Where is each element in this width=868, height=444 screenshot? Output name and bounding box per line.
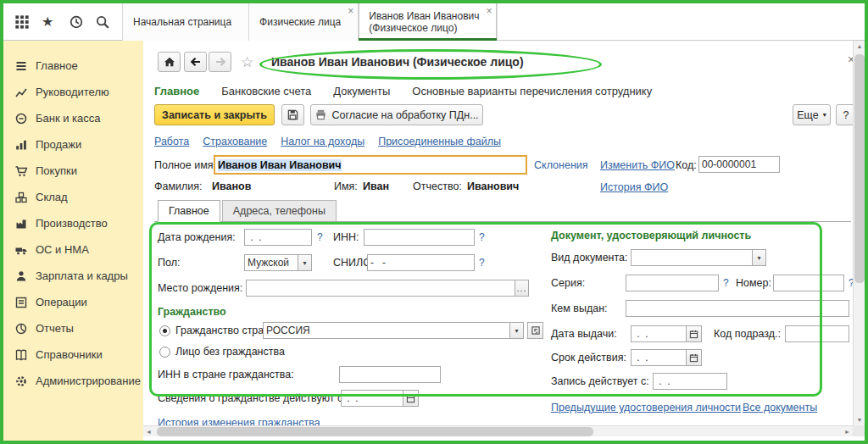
gender-value[interactable] bbox=[244, 254, 298, 271]
tab-label: Иванов Иван Иванович bbox=[369, 10, 479, 22]
birth-place-input[interactable]: ... bbox=[246, 280, 529, 297]
calendar-icon[interactable] bbox=[686, 349, 702, 366]
citizenship-from-value[interactable] bbox=[341, 390, 403, 407]
previous-documents-link[interactable]: Предыдущие удостоверения личности bbox=[551, 401, 741, 414]
save-button[interactable] bbox=[281, 104, 304, 125]
tab-person-main[interactable]: Главное bbox=[158, 200, 220, 222]
number-input[interactable] bbox=[773, 275, 844, 291]
birth-date-input[interactable] bbox=[244, 229, 312, 246]
pdn-consent-button[interactable]: Согласие на обработку ПДн... bbox=[310, 104, 483, 125]
all-documents-link[interactable]: Все документы bbox=[743, 401, 817, 414]
ellipsis-icon[interactable]: ... bbox=[515, 280, 529, 297]
close-tab-icon[interactable]: × bbox=[348, 6, 353, 16]
favorite-toggle-star-icon[interactable]: ☆ bbox=[241, 53, 253, 71]
full-name-input[interactable]: Иванов Иван Иванович bbox=[214, 155, 527, 175]
scroll-right-icon[interactable]: ► bbox=[842, 426, 853, 437]
valid-until-input[interactable] bbox=[631, 349, 702, 366]
insurance-link[interactable]: Страхование bbox=[203, 136, 267, 147]
attached-files-link[interactable]: Присоединенные файлы bbox=[378, 136, 501, 147]
issued-by-input[interactable] bbox=[626, 300, 849, 317]
sidebar-item-directories[interactable]: Справочники bbox=[3, 341, 143, 368]
inn-input[interactable] bbox=[364, 229, 475, 246]
income-tax-link[interactable]: Налог на доходы bbox=[281, 136, 364, 147]
horizontal-scrollbar[interactable]: ◄ ► bbox=[143, 425, 853, 436]
inn-help[interactable]: ? bbox=[479, 230, 485, 244]
scroll-down-icon[interactable]: ▼ bbox=[854, 414, 865, 425]
tab-individuals-list[interactable]: Физические лица × bbox=[249, 3, 359, 41]
sidebar-item-operations[interactable]: Операции bbox=[3, 289, 143, 315]
scroll-left-icon[interactable]: ◄ bbox=[143, 426, 154, 437]
more-button[interactable]: Еще ▾ bbox=[793, 104, 831, 125]
save-and-close-button[interactable]: Записать и закрыть bbox=[154, 104, 275, 125]
chevron-down-icon[interactable]: ▾ bbox=[298, 254, 312, 271]
declension-link[interactable]: Склонения bbox=[534, 158, 588, 172]
close-tab-icon[interactable]: × bbox=[486, 6, 492, 16]
gender-select[interactable]: ▾ bbox=[244, 254, 312, 271]
chevron-down-icon[interactable]: ▾ bbox=[509, 322, 524, 339]
doc-type-select[interactable]: ▾ bbox=[631, 249, 766, 266]
code-label: Код: bbox=[676, 157, 697, 174]
change-fio-link[interactable]: Изменить ФИО bbox=[600, 158, 675, 172]
stateless-radio[interactable] bbox=[159, 347, 170, 358]
citizenship-country-radio[interactable] bbox=[159, 325, 170, 336]
favorites-star-icon[interactable]: ★ bbox=[42, 14, 57, 30]
sidebar-item-warehouse[interactable]: Склад bbox=[3, 184, 143, 210]
issue-date-input[interactable] bbox=[631, 325, 702, 342]
sidebar-item-administration[interactable]: Администрирование bbox=[3, 368, 143, 394]
foreign-inn-input[interactable] bbox=[339, 366, 441, 383]
sidebar-item-payroll-hr[interactable]: Зарплата и кадры bbox=[3, 263, 143, 289]
id-document-header: Документ, удостоверяющий личность bbox=[551, 229, 751, 242]
sidebar-item-bank-cash[interactable]: Банк и касса bbox=[3, 105, 143, 131]
nav-main[interactable]: Главное bbox=[154, 85, 199, 97]
stateless-label[interactable]: Лицо без гражданства bbox=[175, 343, 285, 360]
horizontal-scroll-thumb[interactable] bbox=[157, 427, 593, 436]
series-help[interactable]: ? bbox=[723, 276, 729, 290]
code-input[interactable] bbox=[698, 156, 780, 173]
search-icon[interactable] bbox=[95, 14, 110, 30]
citizenship-country-combo[interactable]: ▾ bbox=[263, 322, 524, 339]
nav-bank-accounts[interactable]: Банковские счета bbox=[221, 85, 311, 97]
valid-until-value[interactable] bbox=[631, 349, 686, 366]
home-button[interactable] bbox=[158, 52, 181, 72]
back-button[interactable] bbox=[184, 52, 207, 72]
tab-addresses-phones[interactable]: Адреса, телефоны bbox=[222, 200, 337, 221]
calendar-icon[interactable] bbox=[403, 390, 419, 407]
tab-ivanov-person[interactable]: Иванов Иван Иванович (Физическое лицо) × bbox=[359, 3, 497, 41]
vertical-scrollbar[interactable]: ▲ ▼ bbox=[853, 41, 865, 425]
vertical-scroll-thumb[interactable] bbox=[854, 54, 865, 283]
history-icon[interactable] bbox=[69, 14, 84, 30]
issue-date-label: Дата выдачи: bbox=[551, 325, 617, 342]
chevron-down-icon[interactable]: ▾ bbox=[752, 249, 766, 266]
citizenship-from-input[interactable] bbox=[341, 390, 419, 407]
surname-value: Иванов bbox=[212, 178, 251, 195]
sidebar-item-production[interactable]: Производство bbox=[3, 210, 143, 236]
doc-type-label: Вид документа: bbox=[551, 249, 628, 266]
record-from-input[interactable] bbox=[653, 373, 727, 390]
calendar-icon[interactable] bbox=[686, 325, 702, 342]
snils-input[interactable] bbox=[367, 254, 475, 271]
scroll-up-icon[interactable]: ▲ bbox=[854, 41, 865, 52]
sidebar-item-reports[interactable]: Отчеты bbox=[3, 315, 143, 341]
nav-transfer-options[interactable]: Основные варианты перечисления сотрудник… bbox=[412, 85, 652, 97]
issue-date-value[interactable] bbox=[631, 325, 686, 342]
open-picker-button[interactable] bbox=[527, 322, 543, 339]
work-link[interactable]: Работа bbox=[154, 136, 189, 147]
birth-date-help[interactable]: ? bbox=[317, 230, 323, 244]
forward-button[interactable] bbox=[209, 52, 231, 72]
open-picker-icon bbox=[531, 325, 541, 336]
apps-grid-icon[interactable] bbox=[14, 14, 30, 30]
citizenship-country-value[interactable] bbox=[263, 322, 509, 339]
dept-code-input[interactable] bbox=[785, 325, 849, 342]
tab-home-page[interactable]: Начальная страница bbox=[122, 3, 249, 41]
birth-place-value[interactable] bbox=[246, 280, 515, 297]
sidebar-item-sales[interactable]: Продажи bbox=[3, 131, 143, 158]
nav-documents[interactable]: Документы bbox=[333, 85, 390, 97]
doc-type-value[interactable] bbox=[631, 249, 752, 266]
fio-history-link[interactable]: История ФИО bbox=[600, 180, 668, 194]
sidebar-item-purchases[interactable]: Покупки bbox=[3, 158, 143, 184]
sidebar-item-main[interactable]: Главное bbox=[3, 53, 143, 79]
series-input[interactable] bbox=[626, 275, 719, 291]
sidebar-item-fixed-assets[interactable]: ОС и НМА bbox=[3, 236, 143, 263]
sidebar-item-manager[interactable]: Руководителю bbox=[3, 79, 143, 105]
snils-help[interactable]: ? bbox=[479, 256, 485, 269]
